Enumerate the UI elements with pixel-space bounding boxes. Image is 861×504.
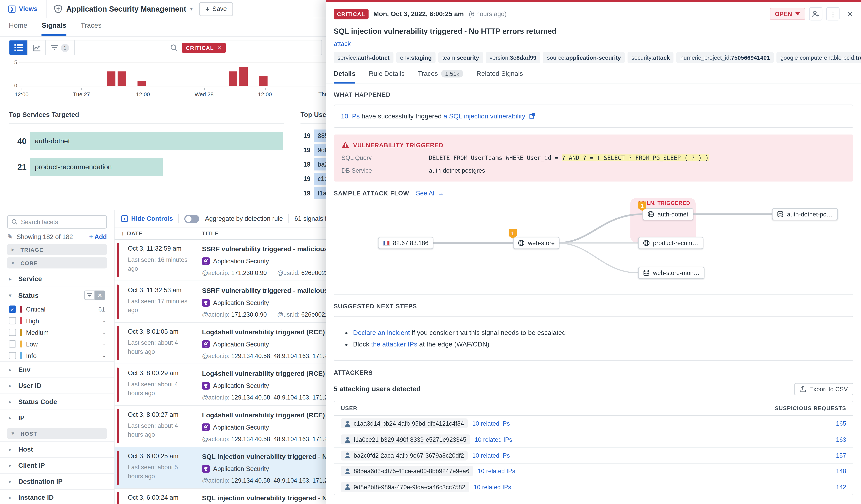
signals-timeseries-chart[interactable]: 5 0 12:00Tue 2712:00Wed 2812:00Thu 29 [9,60,328,96]
tag-pill[interactable]: version:3c8dad99 [486,52,540,63]
service-count: 21 [9,162,27,172]
more-actions-button[interactable]: ⋮ [826,7,840,21]
service-bar[interactable]: auth-dotnet [30,132,283,150]
related-ips-link[interactable]: 10 related IPs [474,483,511,490]
related-ips-link[interactable]: 10 related IPs [478,468,515,475]
main-tab[interactable]: Home [9,22,27,36]
user-id-pill[interactable]: c1aa3d14-bb24-4afb-95bd-dfc4121c4f84 [341,419,468,428]
add-facet-button[interactable]: + Add [89,233,107,240]
main-tab[interactable]: Signals [42,22,66,36]
user-id-pill[interactable]: f1a0ce21-b329-490f-8339-e5271e923345 [341,435,470,445]
panel-tab[interactable]: Related Signals [477,70,523,83]
close-panel-button[interactable]: ✕ [847,10,853,18]
checkbox[interactable]: ✓ [9,305,16,313]
facet-group-header[interactable]: ▸ TRIAGE [7,244,107,255]
panel-tab[interactable]: Traces1.51k [418,70,463,83]
column-date[interactable]: DATE [127,230,143,236]
flow-node-web-store[interactable]: web-store [513,237,560,249]
facet-label: Client IP [18,462,45,469]
tag-pill[interactable]: service:auth-dotnet [334,52,393,63]
severity-bar [117,451,119,485]
flow-node-web-store-mongo[interactable]: web-store-mon… [638,267,705,279]
hide-controls-button[interactable]: ‹ Hide Controls [121,215,173,222]
views-button[interactable]: ❯ Views [0,0,46,18]
save-button[interactable]: + Save [199,2,233,16]
column-title[interactable]: TITLE [202,230,219,236]
flow-node-auth-dotnet[interactable]: auth-dotnet [642,208,693,220]
vulnerability-link[interactable]: a SQL injection vulnerability [443,112,525,120]
caret-down-icon [795,12,800,15]
timeseries-view-button[interactable] [28,40,46,55]
user-id-pill[interactable]: ba2c0fd2-2aca-4afb-9e67-3679a8c20df2 [341,450,468,460]
facet-row[interactable]: ▸ Status Code [0,393,114,410]
filter-icon [51,44,58,51]
facet-search[interactable] [7,215,107,229]
remove-filter-icon[interactable]: ✕ [217,44,222,51]
service-bar[interactable]: product-recommendation [30,158,163,176]
facet-row[interactable]: ▸ Destination IP [0,473,114,489]
status-option[interactable]: Medium - [0,327,114,338]
tag-pill[interactable]: env:staging [396,52,436,63]
status-facet-header[interactable]: ▾ Status ✕ [0,287,114,303]
chevron-icon: ▾ [12,260,16,265]
app-title-dropdown[interactable]: Application Security Management ▾ [46,4,193,13]
ips-link[interactable]: 10 IPs [341,112,360,120]
declare-incident-link[interactable]: Declare an incident [353,329,410,337]
filters-button[interactable]: 1 [46,40,75,55]
facet-row[interactable]: ▸ Host [0,441,114,457]
tag-pill[interactable]: team:security [438,52,483,63]
user-id: 9d8e2bf8-989a-470e-9fda-ca46c3cc7582 [354,483,465,490]
related-ips-link[interactable]: 10 related IPs [472,420,510,427]
tag-pill[interactable]: source:application-security [543,52,625,63]
top-service-row[interactable]: 40 auth-dotnet [9,132,284,150]
status-option[interactable]: High - [0,315,114,326]
status-option[interactable]: Low - [0,338,114,350]
status-open-dropdown[interactable]: OPEN [770,8,805,20]
status-option[interactable]: ✓ Critical 61 [0,303,114,315]
sort-descending-icon[interactable]: ↓ [121,230,124,236]
tag-pill[interactable]: google-compute-enable-pcid:true [777,52,861,63]
related-ips-link[interactable]: 10 related IPs [475,436,512,443]
user-id-pill[interactable]: 9d8e2bf8-989a-470e-9fda-ca46c3cc7582 [341,482,469,492]
top-service-row[interactable]: 21 product-recommendation [9,158,284,176]
search-query-input[interactable]: CRITICAL ✕ [74,40,322,55]
tag-pill[interactable]: numeric_project_id:750566941401 [676,52,774,63]
divider [178,214,179,223]
database-icon [777,211,784,218]
tag-pill[interactable]: security:attack [628,52,674,63]
flow-node-product-recommendation[interactable]: product-recom… [638,237,703,249]
list-view-button[interactable] [10,40,28,55]
export-users-csv-button[interactable]: Export to CSV [794,383,853,395]
facet-group-header[interactable]: ▾ HOST [7,428,107,439]
panel-tab[interactable]: Details [334,70,355,83]
severity-color-chip [20,305,22,313]
facet-filter-button[interactable] [84,290,95,300]
facet-group-header[interactable]: ▾ CORE [7,257,107,268]
checkbox[interactable] [9,317,16,325]
critical-filter-tag[interactable]: CRITICAL ✕ [182,42,226,53]
attack-link[interactable]: attack [334,40,853,47]
facet-row[interactable]: ▸ Client IP [0,457,114,473]
main-tab[interactable]: Traces [81,22,101,36]
checkbox[interactable] [9,329,16,336]
status-option[interactable]: Info - [0,350,114,362]
user-id-pill[interactable]: 885ea6d3-c075-42ca-ae00-8bb9247e9ea6 [341,466,473,476]
related-ips-link[interactable]: 10 related IPs [472,452,510,459]
facet-row[interactable]: ▸ Service [0,271,114,287]
checkbox[interactable] [9,352,16,359]
signal-detail-panel: CRITICAL Mon, Oct 3, 2022, 6:00:25 am (6… [326,0,861,504]
flow-node-auth-db[interactable]: auth-dotnet-po… [772,208,838,220]
attacker-ips-link[interactable]: the attacker IPs [371,340,417,348]
facet-row[interactable]: ▸ User ID [0,378,114,394]
checkbox[interactable] [9,340,16,348]
facet-row[interactable]: ▸ Env [0,362,114,378]
facet-search-input[interactable] [21,219,102,225]
aggregate-toggle[interactable] [184,215,199,223]
facet-row[interactable]: ▸ IP [0,410,114,426]
assign-user-button[interactable] [809,7,822,21]
facet-row[interactable]: ▸ Instance ID [0,489,114,504]
see-all-link[interactable]: See All → [416,190,444,196]
facet-clear-button[interactable]: ✕ [95,290,105,300]
panel-tab[interactable]: Rule Details [369,70,405,83]
flow-node-attacker-ip[interactable]: 82.67.83.186 [378,237,434,249]
